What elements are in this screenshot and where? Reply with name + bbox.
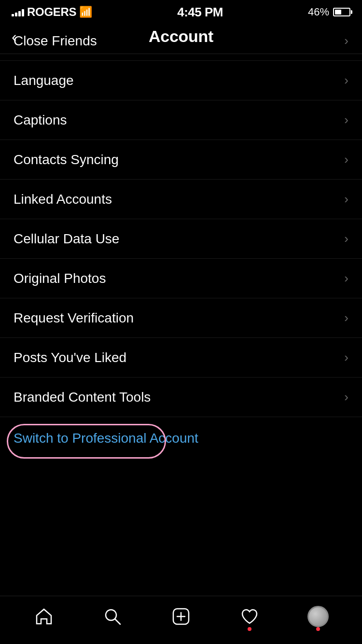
nav-add-button[interactable] [162,602,200,631]
nav-activity-button[interactable] [230,602,269,631]
battery-icon [333,8,350,16]
main-content: Close Friends › Language › Captions › Co… [0,21,362,596]
switch-professional-section: Switch to Professional Account [0,417,362,460]
menu-item-contacts-syncing[interactable]: Contacts Syncing › [0,140,362,180]
activity-notification-dot [248,627,251,631]
profile-avatar [307,606,329,627]
status-left: ROGERS 📶 [12,5,92,19]
menu-item-cellular-data-use[interactable]: Cellular Data Use › [0,219,362,259]
menu-item-label: Language [14,73,74,88]
home-icon [33,606,55,627]
chevron-right-icon: › [344,112,348,127]
menu-item-request-verification[interactable]: Request Verification › [0,298,362,338]
nav-home-button[interactable] [25,602,63,631]
signal-bars-icon [12,8,24,16]
menu-item-label: Original Photos [14,271,106,286]
status-bar: ROGERS 📶 4:45 PM 46% [0,0,362,21]
menu-item-label: Cellular Data Use [14,231,119,247]
status-right: 46% [308,6,350,18]
menu-list: Close Friends › Language › Captions › Co… [0,21,362,417]
battery-percent: 46% [308,6,329,18]
menu-item-label: Captions [14,112,67,128]
nav-profile-button[interactable] [299,602,337,631]
heart-icon [239,606,260,627]
svg-line-1 [115,619,120,624]
nav-search-button[interactable] [93,602,132,631]
chevron-right-icon: › [344,192,348,207]
profile-notification-dot [316,627,320,631]
menu-item-label: Branded Content Tools [14,390,151,405]
menu-item-label: Posts You've Liked [14,350,126,365]
menu-item-original-photos[interactable]: Original Photos › [0,259,362,298]
chevron-right-icon: › [344,390,348,405]
menu-item-label: Close Friends [14,33,97,49]
wifi-icon: 📶 [79,6,92,18]
menu-item-label: Request Verification [14,310,134,326]
chevron-right-icon: › [344,73,348,88]
menu-item-posts-youve-liked[interactable]: Posts You've Liked › [0,338,362,378]
menu-item-language[interactable]: Language › [0,61,362,100]
menu-item-label: Contacts Syncing [14,152,119,168]
switch-professional-button[interactable]: Switch to Professional Account [14,431,198,446]
status-time: 4:45 PM [177,5,223,20]
menu-item-label: Linked Accounts [14,192,112,207]
chevron-right-icon: › [344,310,348,325]
chevron-right-icon: › [344,271,348,286]
search-icon [102,606,123,627]
add-icon [170,606,192,627]
carrier-label: ROGERS [27,5,76,19]
chevron-right-icon: › [344,33,348,48]
bottom-nav [0,596,362,644]
chevron-right-icon: › [344,231,348,246]
menu-item-branded-content-tools[interactable]: Branded Content Tools › [0,378,362,417]
chevron-right-icon: › [344,350,348,365]
menu-item-close-friends[interactable]: Close Friends › [0,21,362,61]
chevron-right-icon: › [344,152,348,167]
menu-item-captions[interactable]: Captions › [0,100,362,140]
menu-item-linked-accounts[interactable]: Linked Accounts › [0,180,362,219]
